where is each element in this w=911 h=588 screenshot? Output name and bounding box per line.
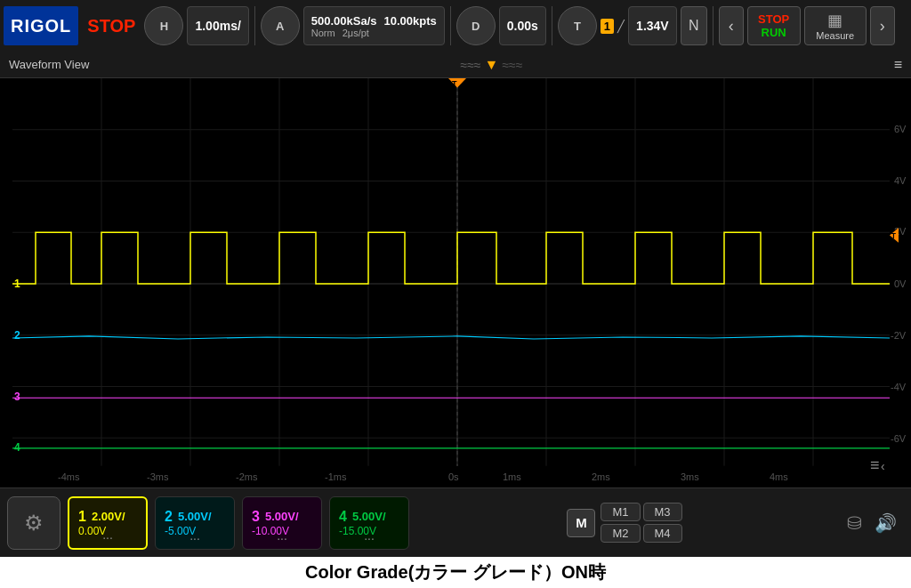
svg-text:0s: 0s (448, 471, 459, 481)
a-button[interactable]: A (261, 6, 300, 45)
measure-group: M M1 M3 M2 M4 (567, 503, 681, 543)
ch4-volts: 5.00V/ (352, 510, 386, 523)
bottom-toolbar: ⚙ 1 2.00V/ 0.00V ··· 2 5.00V/ -5.00V ···… (0, 487, 911, 557)
svg-text:4: 4 (14, 441, 20, 454)
svg-text:-4ms: -4ms (58, 471, 80, 481)
t-value-group[interactable]: 1.34V (628, 6, 677, 45)
nav-right-button[interactable]: › (870, 6, 895, 45)
caption: Color Grade(カラー グレード）ON時 (0, 557, 911, 588)
svg-text:-6V: -6V (891, 432, 907, 443)
channel-2-button[interactable]: 2 5.00V/ -5.00V ··· (155, 496, 235, 550)
ch4-number: 4 (339, 509, 347, 525)
svg-text:2: 2 (14, 329, 20, 342)
n-button[interactable]: N (681, 6, 707, 45)
ch3-number: 3 (252, 509, 260, 525)
h-button[interactable]: H (144, 6, 183, 45)
nav-left-button[interactable]: ‹ (719, 6, 744, 45)
m3-button[interactable]: M3 (643, 503, 682, 521)
waveform-header: Waveform View ≈≈≈ ▼ ≈≈≈ ≡ (0, 52, 911, 78)
m-grid: M1 M3 M2 M4 (601, 503, 681, 543)
d-button[interactable]: D (456, 6, 496, 45)
speaker-icon: 🔊 (875, 512, 897, 534)
waveform-svg: 6V 4V 2V 0V -2V -4V -6V 1 2 3 4 -4ms -3m… (0, 78, 911, 487)
measure-icon: ▦ (827, 11, 842, 30)
svg-text:‹: ‹ (881, 459, 885, 473)
d-value-group[interactable]: 0.00s (499, 6, 546, 45)
svg-text:6V: 6V (894, 124, 907, 134)
svg-rect-0 (0, 78, 911, 487)
measure-button[interactable]: ▦ Measure (804, 6, 867, 45)
ch2-number: 2 (165, 509, 173, 525)
m-main-button[interactable]: M (567, 509, 595, 537)
svg-text:3: 3 (14, 391, 20, 403)
waveform-title: Waveform View (9, 58, 89, 71)
a-value-group[interactable]: 500.00kSa/s 10.00kpts Norm 2μs/pt (303, 6, 445, 45)
ch1-volts: 2.00V/ (92, 510, 125, 523)
svg-text:4V: 4V (894, 174, 907, 185)
svg-text:-2V: -2V (891, 330, 907, 341)
stop-button[interactable]: STOP (82, 16, 141, 36)
ch2-dots: ··· (189, 531, 200, 545)
h-value-group[interactable]: 1.00ms/ (187, 6, 248, 45)
usb-icon: ⛁ (847, 512, 862, 534)
svg-text:-1ms: -1ms (325, 471, 347, 481)
bottom-icons: ⛁ 🔊 (840, 512, 904, 534)
ch4-dots: ··· (364, 531, 375, 545)
svg-text:3ms: 3ms (681, 471, 699, 481)
m2-button[interactable]: M2 (601, 524, 640, 543)
svg-text:1ms: 1ms (503, 471, 521, 481)
ch1-number: 1 (78, 509, 86, 525)
t-button[interactable]: T (558, 6, 597, 45)
oscilloscope-display[interactable]: 6V 4V 2V 0V -2V -4V -6V 1 2 3 4 -4ms -3m… (0, 78, 911, 487)
settings-button[interactable]: ⚙ (7, 496, 60, 550)
svg-text:-4V: -4V (891, 382, 907, 392)
waveform-nav: ≈≈≈ ▼ ≈≈≈ (461, 57, 523, 73)
stop-run-button[interactable]: STOP RUN (747, 6, 801, 45)
svg-text:4ms: 4ms (770, 471, 788, 481)
m4-button[interactable]: M4 (643, 524, 682, 543)
ch1-dots: ··· (102, 530, 113, 544)
ch2-volts: 5.00V/ (178, 510, 212, 523)
ch3-dots: ··· (277, 531, 287, 545)
svg-text:2ms: 2ms (592, 471, 610, 481)
svg-text:-2ms: -2ms (236, 471, 258, 481)
svg-text:-3ms: -3ms (147, 471, 169, 481)
toolbar: RIGOL STOP H 1.00ms/ A 500.00kSa/s 10.00… (0, 0, 911, 52)
logo: RIGOL (4, 6, 78, 45)
trigger-indicator: 1 (601, 19, 614, 34)
svg-text:≡: ≡ (870, 455, 879, 475)
svg-text:T: T (891, 231, 896, 239)
waveform-menu-icon[interactable]: ≡ (894, 57, 902, 73)
channel-3-button[interactable]: 3 5.00V/ -10.00V ··· (242, 496, 322, 550)
ch3-volts: 5.00V/ (265, 510, 299, 523)
channel-4-button[interactable]: 4 5.00V/ -15.00V ··· (329, 496, 409, 550)
svg-text:T: T (452, 79, 457, 88)
svg-text:1: 1 (14, 278, 20, 290)
m1-button[interactable]: M1 (601, 503, 640, 521)
channel-1-button[interactable]: 1 2.00V/ 0.00V ··· (68, 496, 148, 550)
waveform-trigger-nav: ▼ (485, 57, 499, 73)
waveform-container: Waveform View ≈≈≈ ▼ ≈≈≈ ≡ (0, 52, 911, 487)
svg-text:0V: 0V (894, 278, 907, 289)
